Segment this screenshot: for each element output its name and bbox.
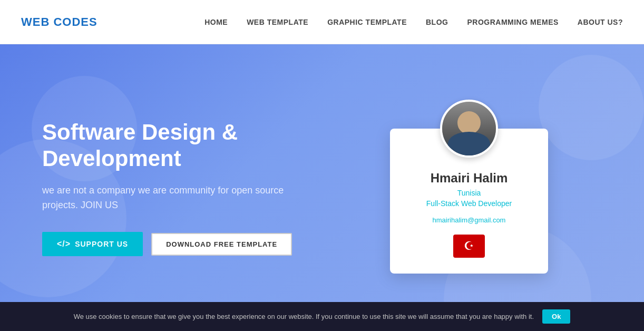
- nav-item-home[interactable]: HOME: [204, 17, 228, 27]
- tunisia-flag-icon: [453, 235, 485, 258]
- support-button[interactable]: </> SUPPORT US: [42, 232, 143, 256]
- nav-link-about-us[interactable]: ABOUT US?: [578, 18, 623, 26]
- cookie-ok-button[interactable]: Ok: [542, 309, 570, 324]
- nav-link-blog[interactable]: BLOG: [426, 18, 448, 26]
- nav-item-about-us[interactable]: ABOUT US?: [578, 17, 623, 27]
- hero-title: Software Design & Development: [42, 119, 358, 172]
- nav-item-web-template[interactable]: WEB TEMPLATE: [247, 17, 308, 27]
- nav-link-graphic-template[interactable]: GRAPHIC TEMPLATE: [327, 18, 407, 26]
- code-icon: </>: [57, 239, 71, 249]
- profile-country: Tunisia: [406, 189, 532, 197]
- nav-link-web-template[interactable]: WEB TEMPLATE: [247, 18, 308, 26]
- profile-role: Full-Stack Web Developer: [406, 199, 532, 208]
- cookie-bar: We use cookies to ensure that we give yo…: [0, 302, 644, 331]
- profile-email: hmairihalim@gmail.com: [406, 216, 532, 224]
- support-button-label: SUPPORT US: [75, 240, 128, 248]
- nav-item-programming-memes[interactable]: PROGRAMMING MEMES: [467, 17, 558, 27]
- avatar: [440, 100, 498, 158]
- nav-link-programming-memes[interactable]: PROGRAMMING MEMES: [467, 18, 558, 26]
- nav-link-home[interactable]: HOME: [204, 18, 228, 26]
- hero-section: Software Design & Development we are not…: [0, 44, 644, 331]
- hero-buttons: </> SUPPORT US DOWNLOAD FREE TEMPLATE: [42, 232, 358, 256]
- hero-subtitle: we are not a company we are community fo…: [42, 183, 295, 213]
- download-button[interactable]: DOWNLOAD FREE TEMPLATE: [151, 233, 292, 256]
- nav-item-graphic-template[interactable]: GRAPHIC TEMPLATE: [327, 17, 407, 27]
- site-brand[interactable]: WEB CODES: [21, 15, 97, 29]
- avatar-image: [442, 102, 496, 155]
- navbar: WEB CODES HOME WEB TEMPLATE GRAPHIC TEMP…: [0, 0, 644, 44]
- hero-left: Software Design & Development we are not…: [42, 119, 358, 256]
- profile-card: Hmairi Halim Tunisia Full-Stack Web Deve…: [390, 129, 548, 274]
- nav-item-blog[interactable]: BLOG: [426, 17, 448, 27]
- profile-name: Hmairi Halim: [406, 171, 532, 186]
- cookie-text: We use cookies to ensure that we give yo…: [74, 313, 534, 320]
- hero-right: Hmairi Halim Tunisia Full-Stack Web Deve…: [379, 108, 559, 274]
- nav-links: HOME WEB TEMPLATE GRAPHIC TEMPLATE BLOG …: [204, 17, 623, 27]
